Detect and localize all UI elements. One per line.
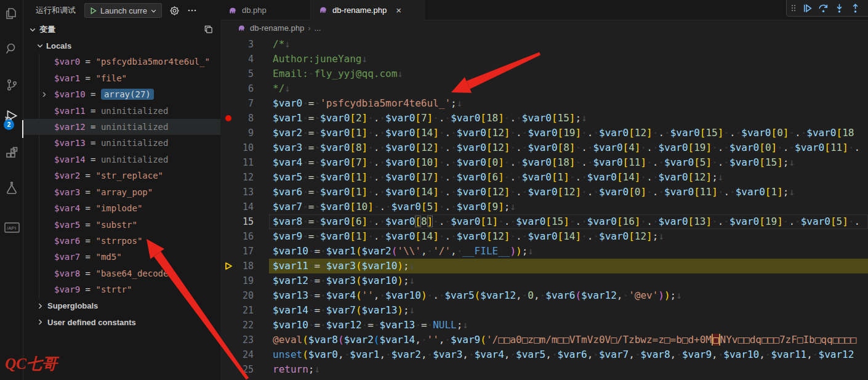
extensions-icon[interactable]	[0, 142, 23, 166]
code-line-text[interactable]: $var10·=·$var12·=·$var13·=·NULL;↓	[269, 318, 868, 333]
gutter[interactable]	[220, 140, 238, 155]
code-line-text[interactable]: Email:·fly_yyj@qq.com↓	[269, 67, 868, 81]
gutter[interactable]	[220, 303, 238, 318]
variable-row[interactable]: $var11 = uninitialized	[23, 102, 220, 118]
code-line-text[interactable]: /*↓	[269, 37, 868, 52]
drag-handle-icon[interactable]	[790, 3, 797, 13]
breakpoint-gutter[interactable]	[220, 111, 238, 126]
gutter[interactable]	[220, 318, 238, 333]
variable-row[interactable]: $var10 = array(27)	[23, 86, 220, 102]
line-number: 25	[238, 362, 254, 377]
locals-scope-row[interactable]: Locals	[23, 38, 220, 54]
code-line-text[interactable]: $var9·=·$var0[1]·.·$var0[14]·.·$var0[12]…	[269, 229, 868, 244]
variables-section-header[interactable]: 变量	[23, 21, 220, 38]
variable-row[interactable]: $var1 = "file"	[23, 70, 220, 86]
code-line-text[interactable]: Author:juneYang↓	[269, 52, 868, 67]
gutter[interactable]	[220, 170, 238, 185]
code-line-text[interactable]: $var12·=·$var3($var10);↓	[269, 273, 868, 288]
tab-db-rename-php[interactable]: db-rename.php ×	[311, 0, 425, 20]
chevron-right-icon[interactable]	[41, 91, 47, 98]
code-line-text[interactable]: */↓	[269, 81, 868, 96]
scope-group-row[interactable]: User defined constants	[23, 314, 220, 330]
gutter[interactable]	[220, 37, 238, 52]
code-line-text[interactable]: $var6·=·$var0[1]·.·$var0[14]·.·$var0[12]…	[269, 185, 868, 200]
breadcrumb[interactable]: db-rename.php › ...	[220, 20, 868, 35]
code-line: 20$var13·=·$var4('',·$var10)·.·$var5($va…	[220, 288, 868, 303]
gutter[interactable]	[220, 214, 238, 229]
breadcrumb-file[interactable]: db-rename.php	[250, 23, 304, 33]
close-tab-icon[interactable]: ×	[396, 5, 401, 15]
variable-row[interactable]: $var8 = "base64_decode"	[23, 265, 220, 281]
variable-name: $var0	[54, 57, 80, 67]
gear-icon[interactable]	[169, 6, 180, 16]
gutter[interactable]	[220, 362, 238, 377]
code-line-text[interactable]: $var8·=·$var0[6]·.·$var0[8]·.·$var0[1]·.…	[269, 214, 868, 229]
code-line-text[interactable]: $var7·=·$var0[10]·.·$var0[5]·.·$var0[9];…	[269, 200, 868, 214]
variable-row[interactable]: $var5 = "substr"	[23, 216, 220, 232]
start-debug-icon[interactable]	[89, 7, 97, 15]
variable-row[interactable]: $var9 = "strtr"	[23, 281, 220, 297]
code-line-text[interactable]: $var11·=·$var3($var10);↓	[269, 259, 868, 273]
gutter[interactable]	[220, 333, 238, 347]
step-over-icon[interactable]	[818, 3, 829, 14]
code-line-text[interactable]: return;↓	[269, 362, 868, 377]
code-line-text[interactable]: $var13·=·$var4('',·$var10)·.·$var5($var1…	[269, 288, 868, 303]
explorer-icon[interactable]	[0, 1, 23, 26]
gutter[interactable]	[220, 229, 238, 244]
gutter[interactable]	[220, 185, 238, 200]
gutter[interactable]	[220, 273, 238, 288]
gutter[interactable]	[220, 67, 238, 81]
code-line-text[interactable]: $var14·=·$var7($var13);↓	[269, 303, 868, 318]
scope-group-row[interactable]: Superglobals	[23, 298, 220, 314]
search-icon[interactable]	[0, 36, 23, 61]
code-line-text[interactable]: unset($var0,·$var1,·$var2,·$var3,·$var4,…	[269, 347, 868, 362]
code-line-text[interactable]: $var3·=·$var0[8]·.·$var0[12]·.·$var0[12]…	[269, 140, 868, 155]
chevron-down-icon	[29, 26, 36, 33]
source-control-icon[interactable]	[0, 73, 23, 97]
variable-row[interactable]: $var4 = "implode"	[23, 200, 220, 216]
variable-name: $var7	[54, 252, 80, 262]
gutter[interactable]	[220, 96, 238, 111]
variable-row[interactable]: $var7 = "md5"	[23, 249, 220, 265]
breakpoint-icon[interactable]	[225, 115, 231, 121]
gutter[interactable]	[220, 155, 238, 170]
variable-row[interactable]: $var6 = "strrpos"	[23, 233, 220, 249]
run-and-debug-icon[interactable]: 2	[0, 104, 23, 129]
gutter[interactable]	[220, 200, 238, 214]
step-out-icon[interactable]	[850, 3, 861, 14]
code-line-text[interactable]: $var4·=·$var0[7]·.·$var0[10]·.·$var0[0]·…	[269, 155, 868, 170]
gutter[interactable]	[220, 244, 238, 259]
code-line-text[interactable]: $var1·=·$var0[2]·.·$var0[7]·.·$var0[18]·…	[269, 111, 868, 126]
variable-row[interactable]: $var2 = "str_replace"	[23, 168, 220, 184]
variable-row[interactable]: $var3 = "array_pop"	[23, 184, 220, 200]
api-client-icon[interactable]: /API	[0, 214, 23, 239]
variable-value: "md5"	[95, 252, 121, 262]
variable-name: $var8	[54, 269, 80, 278]
gutter[interactable]	[220, 126, 238, 140]
copy-value-icon[interactable]	[204, 25, 213, 34]
more-actions-icon[interactable]	[187, 6, 197, 15]
variable-row[interactable]: $var13 = uninitialized	[23, 135, 220, 151]
variable-row[interactable]: $var14 = uninitialized	[23, 152, 220, 168]
continue-icon[interactable]	[802, 3, 813, 14]
gutter[interactable]	[220, 288, 238, 303]
gutter[interactable]	[220, 52, 238, 67]
variable-value: "base64_decode"	[95, 269, 173, 278]
code-line-text[interactable]: @eval($var8($var2($var14,·'',·$var9('/□□…	[269, 333, 868, 347]
breadcrumb-symbol[interactable]: ...	[315, 23, 321, 33]
code-line-text[interactable]: $var0·=·'psfcydbia5mor4te6ul_';↓	[269, 96, 868, 111]
equals-sign: =	[80, 269, 95, 278]
code-line: 16$var9·=·$var0[1]·.·$var0[14]·.·$var0[1…	[220, 229, 868, 244]
variable-row[interactable]: $var0 = "psfcydbia5mor4te6ul_"	[23, 54, 220, 70]
variable-row[interactable]: $var12 = uninitialized	[23, 119, 220, 135]
launch-config-dropdown[interactable]: Launch curre	[84, 3, 162, 18]
code-line-text[interactable]: $var5·=·$var0[1]·.·$var0[17]·.·$var0[6]·…	[269, 170, 868, 185]
code-line-text[interactable]: $var10·=·$var1($var2('\\',·'/',·__FILE__…	[269, 244, 868, 259]
testing-icon[interactable]	[0, 176, 23, 200]
gutter[interactable]	[220, 259, 238, 273]
code-line-text[interactable]: $var2·=·$var0[1]·.·$var0[14]·.·$var0[12]…	[269, 126, 868, 140]
gutter[interactable]	[220, 347, 238, 362]
tab-db-php[interactable]: db.php	[220, 0, 311, 20]
gutter[interactable]	[220, 81, 238, 96]
step-into-icon[interactable]	[834, 3, 845, 14]
